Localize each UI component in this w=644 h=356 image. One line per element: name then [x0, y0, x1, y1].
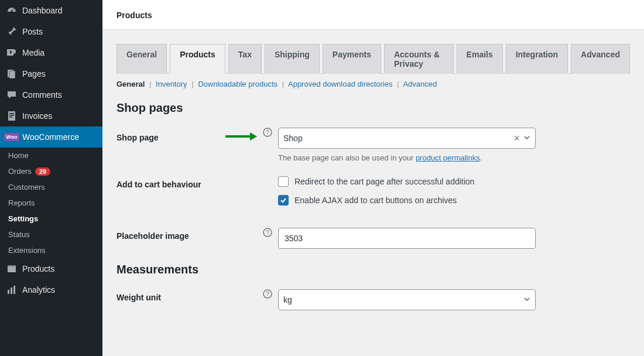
label-shop-page: Shop page: [117, 128, 263, 143]
sidebar-item-label: Dashboard: [22, 6, 63, 15]
pin-icon: [6, 26, 18, 37]
help-icon[interactable]: ?: [263, 228, 272, 237]
sidebar-sub-reports[interactable]: Reports: [0, 195, 102, 211]
product-subtabs: General | Inventory | Downloadable produ…: [117, 80, 630, 88]
svg-rect-8: [8, 266, 16, 272]
sidebar-item-label: Posts: [22, 27, 43, 36]
subtab-inventory[interactable]: Inventory: [156, 80, 187, 88]
dashboard-icon: [6, 5, 18, 16]
sidebar-item-label: Pages: [22, 69, 46, 78]
row-placeholder-image: Placeholder image ?: [117, 228, 630, 249]
page-title: Products: [117, 11, 630, 20]
sidebar-item-label: Invoices: [22, 111, 52, 121]
subtab-advanced[interactable]: Advanced: [403, 80, 437, 88]
svg-rect-3: [9, 71, 15, 78]
shop-page-desc: The base page can also be used in your p…: [278, 153, 630, 162]
sidebar-sub-status[interactable]: Status: [0, 227, 102, 242]
tab-integration[interactable]: Integration: [506, 44, 568, 74]
sidebar-item-posts[interactable]: Posts: [0, 21, 102, 42]
sidebar-item-analytics[interactable]: Analytics: [0, 279, 102, 300]
main-content: Products General Products Tax Shipping P…: [102, 0, 644, 356]
tab-accounts-privacy[interactable]: Accounts & Privacy: [384, 44, 454, 74]
help-icon[interactable]: ?: [263, 128, 272, 137]
chevron-down-icon: [523, 134, 530, 143]
shop-page-select[interactable]: Shop ×: [278, 128, 536, 149]
svg-rect-9: [8, 265, 16, 266]
help-icon[interactable]: ?: [263, 289, 272, 299]
section-measurements: Measurements: [117, 263, 630, 276]
annotation-arrow: [224, 131, 257, 143]
label-add-to-cart: Add to cart behaviour: [117, 176, 263, 189]
sidebar-item-label: Media: [22, 48, 44, 57]
sidebar-item-dashboard[interactable]: Dashboard: [0, 0, 102, 21]
label-weight-unit: Weight unit: [117, 289, 263, 302]
checkbox-icon[interactable]: [278, 176, 289, 187]
label-placeholder-image: Placeholder image: [117, 228, 263, 241]
sidebar-item-media[interactable]: Media: [0, 42, 102, 63]
header-bar: Products: [102, 0, 644, 30]
placeholder-image-input[interactable]: [278, 228, 536, 249]
sidebar-item-label: Products: [22, 264, 54, 273]
media-icon: [6, 47, 18, 59]
weight-unit-select[interactable]: kg: [278, 289, 536, 310]
svg-rect-12: [13, 286, 15, 294]
svg-rect-5: [9, 113, 14, 114]
sidebar-sub-orders[interactable]: Orders29: [0, 163, 102, 179]
svg-rect-10: [8, 290, 9, 294]
svg-text:?: ?: [266, 129, 269, 136]
row-shop-page: Shop page ? Shop × The base page can als…: [117, 128, 630, 162]
sidebar-item-pages[interactable]: Pages: [0, 63, 102, 84]
row-weight-unit: Weight unit ? kg: [117, 289, 630, 310]
orders-count-badge: 29: [35, 167, 50, 176]
sidebar-sub-settings[interactable]: Settings: [0, 211, 102, 227]
analytics-icon: [6, 284, 18, 296]
row-add-to-cart: Add to cart behaviour Redirect to the ca…: [117, 176, 630, 214]
tab-shipping[interactable]: Shipping: [265, 44, 320, 74]
tab-products[interactable]: Products: [170, 44, 225, 74]
tab-tax[interactable]: Tax: [228, 44, 262, 74]
products-icon: [6, 263, 18, 275]
invoices-icon: [6, 110, 18, 122]
sidebar-item-woocommerce[interactable]: Woo WooCommerce: [0, 126, 102, 148]
clear-icon[interactable]: ×: [510, 132, 523, 145]
woocommerce-icon: Woo: [6, 131, 18, 143]
sidebar-item-products[interactable]: Products: [0, 258, 102, 279]
admin-sidebar: Dashboard Posts Media Pages Comments Inv…: [0, 0, 102, 356]
tab-payments[interactable]: Payments: [323, 44, 381, 74]
svg-text:?: ?: [266, 291, 269, 297]
tab-emails[interactable]: Emails: [457, 44, 503, 74]
subtab-general[interactable]: General: [117, 80, 145, 88]
tab-general[interactable]: General: [117, 44, 167, 74]
sidebar-sub-extensions[interactable]: Extensions: [0, 242, 102, 258]
svg-marker-14: [250, 132, 257, 141]
tab-advanced[interactable]: Advanced: [571, 44, 630, 74]
svg-point-1: [11, 49, 16, 54]
pages-icon: [6, 68, 18, 80]
checkbox-redirect-cart[interactable]: Redirect to the cart page after successf…: [278, 176, 630, 187]
settings-tabs: General Products Tax Shipping Payments A…: [117, 44, 630, 74]
checkbox-checked-icon[interactable]: [278, 195, 289, 206]
sidebar-item-label: Comments: [22, 90, 62, 100]
svg-text:?: ?: [266, 230, 269, 236]
sidebar-sub-customers[interactable]: Customers: [0, 179, 102, 195]
subtab-approved-dirs[interactable]: Approved download directories: [288, 80, 393, 88]
section-shop-pages: Shop pages: [117, 101, 630, 115]
product-permalinks-link[interactable]: product permalinks: [416, 153, 480, 162]
svg-rect-7: [9, 117, 12, 118]
sidebar-item-invoices[interactable]: Invoices: [0, 105, 102, 126]
svg-rect-11: [11, 287, 12, 294]
sidebar-sub-home[interactable]: Home: [0, 148, 102, 163]
svg-rect-4: [8, 111, 15, 121]
subtab-downloadable[interactable]: Downloadable products: [198, 80, 278, 88]
checkbox-ajax-cart[interactable]: Enable AJAX add to cart buttons on archi…: [278, 195, 630, 206]
sidebar-item-label: WooCommerce: [22, 132, 79, 142]
chevron-down-icon: [523, 295, 530, 304]
svg-rect-6: [9, 115, 14, 116]
sidebar-item-comments[interactable]: Comments: [0, 84, 102, 105]
comments-icon: [6, 89, 18, 101]
sidebar-item-label: Analytics: [22, 285, 55, 295]
